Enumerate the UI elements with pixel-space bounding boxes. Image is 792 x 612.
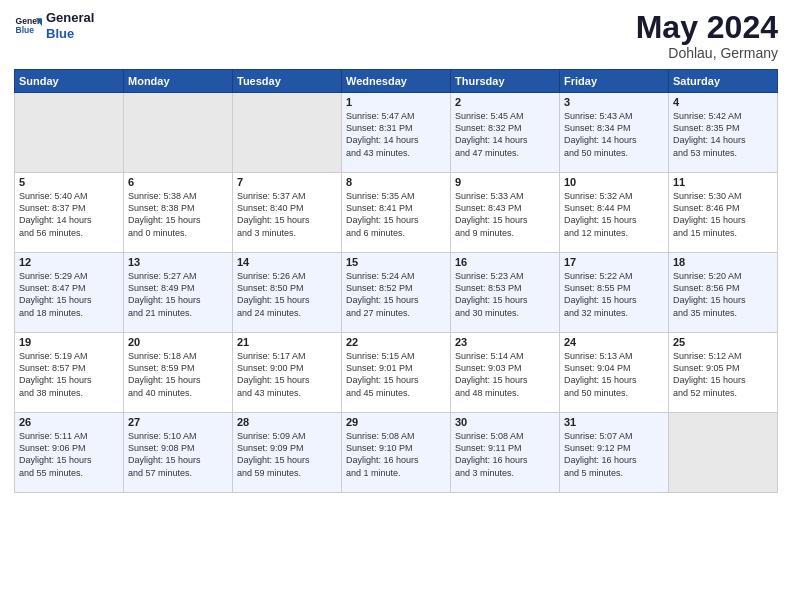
- day-number: 20: [128, 336, 228, 348]
- day-number: 10: [564, 176, 664, 188]
- calendar-cell: 8Sunrise: 5:35 AMSunset: 8:41 PMDaylight…: [342, 173, 451, 253]
- day-number: 29: [346, 416, 446, 428]
- cell-content: Sunrise: 5:30 AMSunset: 8:46 PMDaylight:…: [673, 190, 773, 239]
- day-number: 25: [673, 336, 773, 348]
- week-row-5: 26Sunrise: 5:11 AMSunset: 9:06 PMDayligh…: [15, 413, 778, 493]
- calendar-cell: 21Sunrise: 5:17 AMSunset: 9:00 PMDayligh…: [233, 333, 342, 413]
- weekday-header-thursday: Thursday: [451, 70, 560, 93]
- cell-content: Sunrise: 5:15 AMSunset: 9:01 PMDaylight:…: [346, 350, 446, 399]
- calendar-cell: 16Sunrise: 5:23 AMSunset: 8:53 PMDayligh…: [451, 253, 560, 333]
- cell-content: Sunrise: 5:32 AMSunset: 8:44 PMDaylight:…: [564, 190, 664, 239]
- calendar-subtitle: Dohlau, Germany: [636, 45, 778, 61]
- calendar-table: SundayMondayTuesdayWednesdayThursdayFrid…: [14, 69, 778, 493]
- calendar-cell: [15, 93, 124, 173]
- day-number: 24: [564, 336, 664, 348]
- cell-content: Sunrise: 5:47 AMSunset: 8:31 PMDaylight:…: [346, 110, 446, 159]
- calendar-cell: 10Sunrise: 5:32 AMSunset: 8:44 PMDayligh…: [560, 173, 669, 253]
- calendar-cell: 5Sunrise: 5:40 AMSunset: 8:37 PMDaylight…: [15, 173, 124, 253]
- day-number: 31: [564, 416, 664, 428]
- cell-content: Sunrise: 5:23 AMSunset: 8:53 PMDaylight:…: [455, 270, 555, 319]
- calendar-cell: 29Sunrise: 5:08 AMSunset: 9:10 PMDayligh…: [342, 413, 451, 493]
- cell-content: Sunrise: 5:27 AMSunset: 8:49 PMDaylight:…: [128, 270, 228, 319]
- cell-content: Sunrise: 5:19 AMSunset: 8:57 PMDaylight:…: [19, 350, 119, 399]
- day-number: 6: [128, 176, 228, 188]
- cell-content: Sunrise: 5:10 AMSunset: 9:08 PMDaylight:…: [128, 430, 228, 479]
- weekday-header-friday: Friday: [560, 70, 669, 93]
- day-number: 2: [455, 96, 555, 108]
- calendar-cell: 19Sunrise: 5:19 AMSunset: 8:57 PMDayligh…: [15, 333, 124, 413]
- day-number: 1: [346, 96, 446, 108]
- cell-content: Sunrise: 5:12 AMSunset: 9:05 PMDaylight:…: [673, 350, 773, 399]
- cell-content: Sunrise: 5:22 AMSunset: 8:55 PMDaylight:…: [564, 270, 664, 319]
- calendar-title: May 2024: [636, 10, 778, 45]
- calendar-cell: 26Sunrise: 5:11 AMSunset: 9:06 PMDayligh…: [15, 413, 124, 493]
- day-number: 14: [237, 256, 337, 268]
- cell-content: Sunrise: 5:45 AMSunset: 8:32 PMDaylight:…: [455, 110, 555, 159]
- cell-content: Sunrise: 5:43 AMSunset: 8:34 PMDaylight:…: [564, 110, 664, 159]
- calendar-cell: 27Sunrise: 5:10 AMSunset: 9:08 PMDayligh…: [124, 413, 233, 493]
- calendar-cell: 12Sunrise: 5:29 AMSunset: 8:47 PMDayligh…: [15, 253, 124, 333]
- calendar-cell: 31Sunrise: 5:07 AMSunset: 9:12 PMDayligh…: [560, 413, 669, 493]
- calendar-cell: 14Sunrise: 5:26 AMSunset: 8:50 PMDayligh…: [233, 253, 342, 333]
- day-number: 27: [128, 416, 228, 428]
- header: General Blue General Blue May 2024 Dohla…: [14, 10, 778, 61]
- weekday-header-wednesday: Wednesday: [342, 70, 451, 93]
- calendar-cell: [233, 93, 342, 173]
- calendar-cell: 28Sunrise: 5:09 AMSunset: 9:09 PMDayligh…: [233, 413, 342, 493]
- day-number: 13: [128, 256, 228, 268]
- calendar-cell: 23Sunrise: 5:14 AMSunset: 9:03 PMDayligh…: [451, 333, 560, 413]
- calendar-cell: [669, 413, 778, 493]
- calendar-cell: 18Sunrise: 5:20 AMSunset: 8:56 PMDayligh…: [669, 253, 778, 333]
- day-number: 21: [237, 336, 337, 348]
- cell-content: Sunrise: 5:07 AMSunset: 9:12 PMDaylight:…: [564, 430, 664, 479]
- cell-content: Sunrise: 5:38 AMSunset: 8:38 PMDaylight:…: [128, 190, 228, 239]
- calendar-cell: 2Sunrise: 5:45 AMSunset: 8:32 PMDaylight…: [451, 93, 560, 173]
- cell-content: Sunrise: 5:08 AMSunset: 9:10 PMDaylight:…: [346, 430, 446, 479]
- day-number: 16: [455, 256, 555, 268]
- calendar-cell: 1Sunrise: 5:47 AMSunset: 8:31 PMDaylight…: [342, 93, 451, 173]
- logo-general: General: [46, 10, 94, 26]
- cell-content: Sunrise: 5:35 AMSunset: 8:41 PMDaylight:…: [346, 190, 446, 239]
- cell-content: Sunrise: 5:33 AMSunset: 8:43 PMDaylight:…: [455, 190, 555, 239]
- cell-content: Sunrise: 5:26 AMSunset: 8:50 PMDaylight:…: [237, 270, 337, 319]
- logo-icon: General Blue: [14, 12, 42, 40]
- cell-content: Sunrise: 5:40 AMSunset: 8:37 PMDaylight:…: [19, 190, 119, 239]
- cell-content: Sunrise: 5:18 AMSunset: 8:59 PMDaylight:…: [128, 350, 228, 399]
- calendar-cell: 4Sunrise: 5:42 AMSunset: 8:35 PMDaylight…: [669, 93, 778, 173]
- calendar-cell: 13Sunrise: 5:27 AMSunset: 8:49 PMDayligh…: [124, 253, 233, 333]
- cell-content: Sunrise: 5:20 AMSunset: 8:56 PMDaylight:…: [673, 270, 773, 319]
- weekday-header-saturday: Saturday: [669, 70, 778, 93]
- day-number: 5: [19, 176, 119, 188]
- cell-content: Sunrise: 5:13 AMSunset: 9:04 PMDaylight:…: [564, 350, 664, 399]
- day-number: 11: [673, 176, 773, 188]
- day-number: 23: [455, 336, 555, 348]
- svg-text:Blue: Blue: [16, 25, 35, 35]
- main-container: General Blue General Blue May 2024 Dohla…: [0, 0, 792, 503]
- weekday-header-tuesday: Tuesday: [233, 70, 342, 93]
- title-section: May 2024 Dohlau, Germany: [636, 10, 778, 61]
- cell-content: Sunrise: 5:37 AMSunset: 8:40 PMDaylight:…: [237, 190, 337, 239]
- cell-content: Sunrise: 5:29 AMSunset: 8:47 PMDaylight:…: [19, 270, 119, 319]
- calendar-cell: 30Sunrise: 5:08 AMSunset: 9:11 PMDayligh…: [451, 413, 560, 493]
- cell-content: Sunrise: 5:11 AMSunset: 9:06 PMDaylight:…: [19, 430, 119, 479]
- weekday-header-monday: Monday: [124, 70, 233, 93]
- calendar-cell: 20Sunrise: 5:18 AMSunset: 8:59 PMDayligh…: [124, 333, 233, 413]
- logo: General Blue General Blue: [14, 10, 94, 41]
- day-number: 8: [346, 176, 446, 188]
- cell-content: Sunrise: 5:24 AMSunset: 8:52 PMDaylight:…: [346, 270, 446, 319]
- calendar-cell: 17Sunrise: 5:22 AMSunset: 8:55 PMDayligh…: [560, 253, 669, 333]
- calendar-cell: 3Sunrise: 5:43 AMSunset: 8:34 PMDaylight…: [560, 93, 669, 173]
- calendar-cell: [124, 93, 233, 173]
- day-number: 3: [564, 96, 664, 108]
- day-number: 26: [19, 416, 119, 428]
- day-number: 18: [673, 256, 773, 268]
- week-row-4: 19Sunrise: 5:19 AMSunset: 8:57 PMDayligh…: [15, 333, 778, 413]
- week-row-2: 5Sunrise: 5:40 AMSunset: 8:37 PMDaylight…: [15, 173, 778, 253]
- calendar-cell: 6Sunrise: 5:38 AMSunset: 8:38 PMDaylight…: [124, 173, 233, 253]
- day-number: 17: [564, 256, 664, 268]
- calendar-cell: 25Sunrise: 5:12 AMSunset: 9:05 PMDayligh…: [669, 333, 778, 413]
- day-number: 28: [237, 416, 337, 428]
- calendar-cell: 22Sunrise: 5:15 AMSunset: 9:01 PMDayligh…: [342, 333, 451, 413]
- day-number: 12: [19, 256, 119, 268]
- weekday-header-sunday: Sunday: [15, 70, 124, 93]
